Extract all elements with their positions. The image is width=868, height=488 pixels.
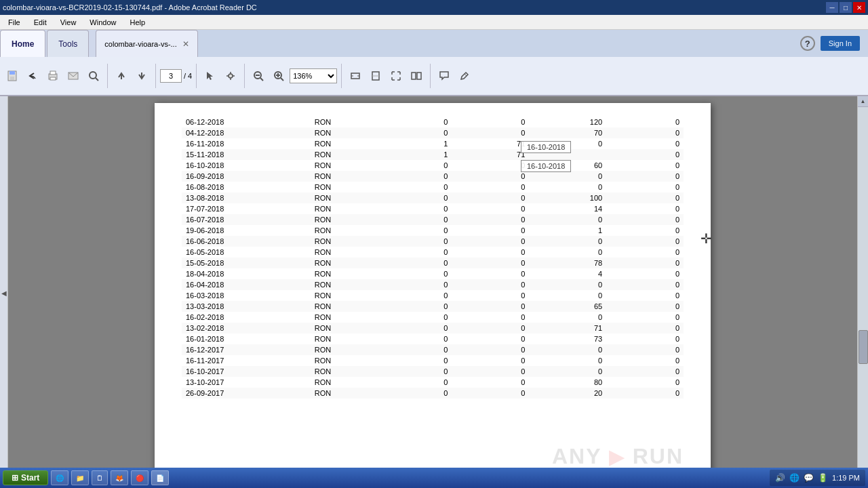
tab-home[interactable]: Home bbox=[0, 30, 45, 57]
separator-6 bbox=[430, 64, 431, 88]
system-clock: 1:19 PM bbox=[832, 474, 860, 482]
save-button[interactable] bbox=[3, 66, 22, 85]
scroll-track[interactable] bbox=[858, 107, 869, 479]
svg-line-16 bbox=[281, 78, 283, 81]
doc-tab-close[interactable]: ✕ bbox=[182, 39, 189, 49]
table-row: 16-11-2017 RON 0 0 0 0 bbox=[182, 355, 684, 366]
help-button[interactable]: ? bbox=[800, 36, 815, 51]
read-mode-button[interactable] bbox=[407, 66, 426, 85]
window-controls: ─ □ ✕ bbox=[826, 2, 865, 13]
separator-2 bbox=[155, 64, 156, 88]
page-total: 4 bbox=[188, 72, 192, 80]
taskbar-ie[interactable]: 🌐 bbox=[51, 470, 68, 485]
zoom-select[interactable]: 136% 100% 150% 200% 75% 50% bbox=[290, 68, 337, 83]
separator-1 bbox=[107, 64, 108, 88]
table-row: 04-12-2018 RON 0 0 70 0 bbox=[182, 127, 684, 138]
anyrun-watermark: ANY ▶ RUN bbox=[552, 444, 684, 469]
table-row: 13-10-2017 RON 0 0 80 0 bbox=[182, 377, 684, 388]
tray-icon-3: 💬 bbox=[804, 473, 814, 483]
doc-tab[interactable]: colombar-vioara-vs-... ✕ bbox=[96, 30, 197, 57]
pan-tool-button[interactable] bbox=[221, 66, 240, 85]
table-row: 16-05-2018 RON 0 0 0 0 bbox=[182, 247, 684, 258]
search-button[interactable] bbox=[84, 66, 103, 85]
tab-tools[interactable]: Tools bbox=[47, 30, 89, 57]
taskbar-app1[interactable]: 🗒 bbox=[92, 470, 108, 485]
table-row: 16-03-2018 RON 0 0 0 0 bbox=[182, 290, 684, 301]
prev-page-button[interactable] bbox=[112, 66, 131, 85]
taskbar-app2[interactable]: 🦊 bbox=[111, 470, 128, 485]
table-row: 13-02-2018 RON 0 0 71 0 bbox=[182, 323, 684, 333]
table-row: 18-04-2018 RON 0 0 4 0 bbox=[182, 268, 684, 279]
page-nav-group: / 4 bbox=[160, 69, 192, 83]
right-scrollbar: ▲ ▼ bbox=[857, 96, 868, 488]
table-row: 16-06-2018 RON 0 0 0 0 bbox=[182, 236, 684, 247]
pdf-page: 16-10-2018 16-10-2018 06-12-2018 RON 0 0… bbox=[155, 103, 711, 488]
table-row: 26-09-2017 RON 0 0 20 0 bbox=[182, 388, 684, 399]
left-panel-toggle[interactable]: ◀ bbox=[0, 96, 8, 488]
scroll-up-button[interactable]: ▲ bbox=[858, 96, 869, 107]
email-button[interactable] bbox=[64, 66, 83, 85]
taskbar-app4[interactable]: 📄 bbox=[151, 470, 169, 485]
separator-4 bbox=[244, 64, 245, 88]
annotate-button[interactable] bbox=[455, 66, 474, 85]
main-area: ◀ 16-10-2018 16-10-2018 06-12-2018 RON 0… bbox=[0, 96, 868, 488]
svg-rect-1 bbox=[9, 71, 15, 75]
table-row: 16-04-2018 RON 0 0 0 0 bbox=[182, 279, 684, 290]
table-row: 16-07-2018 RON 0 0 0 0 bbox=[182, 214, 684, 225]
back-button[interactable] bbox=[23, 66, 42, 85]
tray-icon-1: 🔊 bbox=[775, 473, 785, 483]
table-row: 16-12-2017 RON 0 0 0 0 bbox=[182, 344, 684, 355]
svg-rect-24 bbox=[412, 73, 416, 79]
full-screen-button[interactable] bbox=[387, 66, 406, 85]
table-row: 16-08-2018 RON 0 0 0 0 bbox=[182, 182, 684, 192]
table-row: 16-01-2018 RON 0 0 73 0 bbox=[182, 333, 684, 344]
sign-in-button[interactable]: Sign In bbox=[821, 36, 860, 51]
pdf-viewer[interactable]: 16-10-2018 16-10-2018 06-12-2018 RON 0 0… bbox=[8, 96, 857, 488]
table-row: 13-03-2018 RON 0 0 65 0 bbox=[182, 301, 684, 312]
zoom-out-button[interactable] bbox=[249, 66, 268, 85]
next-page-button[interactable] bbox=[132, 66, 151, 85]
comment-button[interactable] bbox=[435, 66, 454, 85]
combined-toolbar: Home Tools colombar-vioara-vs-... ✕ ? Si… bbox=[0, 30, 868, 96]
title-bar: colombar-vioara-vs-BCR2019-02-15-130744.… bbox=[0, 0, 868, 15]
table-row: 16-09-2018 RON 0 0 0 0 bbox=[182, 171, 684, 182]
svg-rect-4 bbox=[50, 71, 56, 75]
table-row: 16-02-2018 RON 0 0 0 0 bbox=[182, 312, 684, 323]
close-button[interactable]: ✕ bbox=[853, 2, 865, 13]
svg-rect-2 bbox=[10, 77, 14, 80]
title-text: colombar-vioara-vs-BCR2019-02-15-130744.… bbox=[3, 3, 257, 12]
svg-line-26 bbox=[465, 74, 467, 76]
table-row: 17-07-2018 RON 0 0 14 0 bbox=[182, 203, 684, 214]
table-row: 15-11-2018 RON 1 71 0 bbox=[182, 149, 684, 160]
separator-3 bbox=[196, 64, 197, 88]
print-button[interactable] bbox=[43, 66, 62, 85]
zoom-in-button[interactable] bbox=[269, 66, 288, 85]
scroll-thumb[interactable] bbox=[859, 330, 868, 364]
menu-edit[interactable]: Edit bbox=[28, 17, 52, 28]
separator-5 bbox=[341, 64, 342, 88]
select-tool-button[interactable] bbox=[201, 66, 220, 85]
menu-file[interactable]: File bbox=[3, 17, 26, 28]
menu-help[interactable]: Help bbox=[124, 17, 151, 28]
maximize-button[interactable]: □ bbox=[840, 2, 852, 13]
svg-rect-25 bbox=[417, 73, 421, 79]
svg-rect-5 bbox=[50, 77, 56, 80]
taskbar-explorer[interactable]: 📁 bbox=[71, 470, 89, 485]
fit-width-button[interactable] bbox=[346, 66, 365, 85]
table-row: 13-08-2018 RON 0 0 100 0 bbox=[182, 192, 684, 203]
table-row: 16-11-2018 RON 1 71 0 0 bbox=[182, 138, 684, 149]
start-button[interactable]: ⊞ Start bbox=[3, 470, 48, 485]
taskbar: ⊞ Start 🌐 📁 🗒 🦊 🔴 📄 🔊 🌐 💬 🔋 1:19 PM bbox=[0, 468, 868, 488]
menu-window[interactable]: Window bbox=[84, 17, 121, 28]
table-row: 16-10-2017 RON 0 0 0 0 bbox=[182, 366, 684, 377]
page-number-input[interactable] bbox=[160, 69, 182, 83]
start-icon: ⊞ bbox=[12, 473, 18, 483]
fit-page-button[interactable] bbox=[366, 66, 385, 85]
minimize-button[interactable]: ─ bbox=[826, 2, 838, 13]
svg-line-8 bbox=[96, 78, 98, 81]
menu-view[interactable]: View bbox=[55, 17, 82, 28]
taskbar-app3[interactable]: 🔴 bbox=[131, 470, 149, 485]
system-tray: 🔊 🌐 💬 🔋 1:19 PM bbox=[770, 470, 865, 486]
svg-point-7 bbox=[90, 72, 96, 79]
table-row: 19-06-2018 RON 0 0 1 0 bbox=[182, 225, 684, 236]
